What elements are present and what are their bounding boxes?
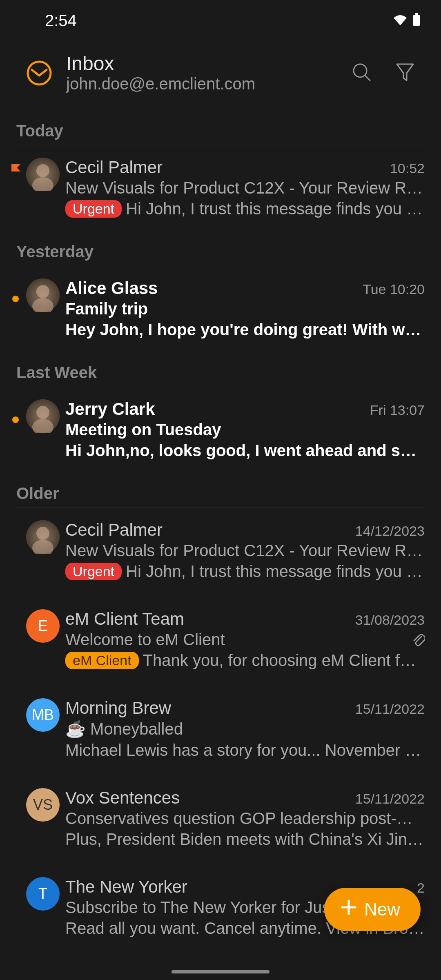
email-subject: Conservatives question GOP leadership po… bbox=[65, 809, 425, 828]
avatar: MB bbox=[26, 698, 60, 732]
svg-point-6 bbox=[36, 164, 49, 177]
email-item[interactable]: Cecil Palmer10:52New Visuals for Product… bbox=[0, 145, 441, 234]
unread-dot-icon bbox=[12, 296, 19, 302]
attachment-icon bbox=[412, 633, 425, 649]
email-sender: The New Yorker bbox=[65, 877, 187, 897]
email-sender: Alice Glass bbox=[65, 278, 158, 298]
email-content: Vox Sentences15/11/2022Conservatives que… bbox=[65, 788, 425, 849]
email-preview: Hi John, I trust this message finds you … bbox=[126, 562, 425, 581]
email-indicators: E bbox=[12, 609, 65, 643]
email-subject: ☕ Moneyballed bbox=[65, 719, 183, 739]
email-indicators: T bbox=[12, 877, 65, 911]
email-time: 14/12/2023 bbox=[355, 523, 425, 539]
avatar bbox=[26, 278, 60, 312]
email-indicators: VS bbox=[12, 788, 65, 822]
flag-icon bbox=[11, 163, 22, 180]
email-item[interactable]: EeM Client Team31/08/2023Welcome to eM C… bbox=[0, 597, 441, 686]
avatar bbox=[26, 520, 60, 554]
email-preview: Michael Lewis has a story for you... Nov… bbox=[65, 741, 425, 760]
email-preview: Hi John, I trust this message finds you … bbox=[126, 200, 425, 218]
svg-point-15 bbox=[36, 527, 49, 540]
email-preview: Plus, President Biden meets with China's… bbox=[65, 830, 425, 849]
email-indicators bbox=[12, 158, 65, 191]
email-content: eM Client Team31/08/2023Welcome to eM Cl… bbox=[65, 609, 425, 670]
section-header: Yesterday bbox=[16, 234, 425, 266]
email-item[interactable]: Jerry ClarkFri 13:07Meeting on TuesdayHi… bbox=[0, 387, 441, 476]
svg-line-4 bbox=[365, 76, 370, 80]
status-icons bbox=[393, 13, 421, 28]
email-preview: Thank you, for choosing eM Client for yo… bbox=[143, 651, 425, 670]
email-sender: Vox Sentences bbox=[65, 788, 180, 808]
email-content: Alice GlassTue 10:20Family tripHey John,… bbox=[65, 278, 425, 339]
svg-point-9 bbox=[36, 285, 49, 298]
email-item[interactable]: VSVox Sentences15/11/2022Conservatives q… bbox=[0, 776, 441, 865]
filter-icon bbox=[395, 62, 415, 85]
email-time: Fri 13:07 bbox=[370, 402, 425, 418]
email-sender: Cecil Palmer bbox=[65, 158, 163, 177]
email-preview: Hi John,no, looks good, I went ahead and… bbox=[65, 441, 425, 460]
email-subject: Family trip bbox=[65, 300, 148, 318]
section-header: Today bbox=[16, 114, 425, 145]
email-time: 15/11/2022 bbox=[355, 791, 425, 807]
email-indicators bbox=[12, 399, 65, 433]
email-item[interactable]: Alice GlassTue 10:20Family tripHey John,… bbox=[0, 266, 441, 355]
email-indicators: MB bbox=[12, 698, 65, 732]
svg-rect-1 bbox=[413, 15, 420, 26]
status-time: 2:54 bbox=[45, 11, 77, 30]
svg-point-12 bbox=[36, 406, 49, 419]
status-bar: 2:54 bbox=[0, 0, 441, 41]
email-subject: Welcome to eM Client bbox=[65, 630, 225, 649]
header-text[interactable]: Inbox john.doe@e.emclient.com bbox=[66, 53, 350, 93]
email-item[interactable]: MBMorning Brew15/11/2022☕ MoneyballedMic… bbox=[0, 686, 441, 776]
avatar bbox=[26, 158, 60, 191]
section-header: Older bbox=[16, 476, 425, 508]
email-content: Morning Brew15/11/2022☕ MoneyballedMicha… bbox=[65, 698, 425, 760]
email-sender: Morning Brew bbox=[65, 698, 171, 718]
email-sender: eM Client Team bbox=[65, 609, 184, 629]
compose-button[interactable]: New bbox=[324, 888, 421, 931]
email-sender: Cecil Palmer bbox=[65, 520, 163, 540]
home-indicator[interactable] bbox=[172, 970, 270, 973]
email-tag: eM Client bbox=[65, 652, 139, 669]
email-item[interactable]: Cecil Palmer14/12/2023New Visuals for Pr… bbox=[0, 508, 441, 597]
app-header: Inbox john.doe@e.emclient.com bbox=[0, 41, 441, 109]
unread-dot-icon bbox=[12, 416, 19, 423]
app-logo-icon[interactable] bbox=[24, 58, 54, 88]
compose-label: New bbox=[364, 899, 400, 920]
email-subject: New Visuals for Product C12X - Your Revi… bbox=[65, 541, 425, 560]
email-time: 2 bbox=[417, 880, 425, 896]
email-tag: Urgent bbox=[65, 200, 122, 218]
search-icon bbox=[351, 62, 372, 85]
folder-title: Inbox bbox=[66, 53, 350, 75]
email-sender: Jerry Clark bbox=[65, 399, 155, 419]
svg-point-2 bbox=[28, 62, 51, 85]
avatar: E bbox=[26, 609, 60, 643]
battery-icon bbox=[412, 13, 421, 28]
email-subject: New Visuals for Product C12X - Your Revi… bbox=[65, 179, 425, 197]
avatar bbox=[26, 399, 60, 433]
email-indicators bbox=[12, 520, 65, 554]
email-time: 10:52 bbox=[390, 160, 425, 176]
email-content: Cecil Palmer10:52New Visuals for Product… bbox=[65, 158, 425, 218]
email-time: 31/08/2023 bbox=[355, 612, 425, 628]
search-button[interactable] bbox=[350, 62, 373, 85]
email-time: Tue 10:20 bbox=[363, 281, 425, 297]
email-time: 15/11/2022 bbox=[355, 701, 425, 717]
email-content: Jerry ClarkFri 13:07Meeting on TuesdayHi… bbox=[65, 399, 425, 460]
account-email: john.doe@e.emclient.com bbox=[66, 75, 350, 93]
section-header: Last Week bbox=[16, 355, 425, 387]
email-preview: Hey John, I hope you're doing great! Wit… bbox=[65, 321, 425, 339]
wifi-icon bbox=[393, 14, 408, 27]
svg-rect-0 bbox=[415, 13, 418, 15]
email-content: Cecil Palmer14/12/2023New Visuals for Pr… bbox=[65, 520, 425, 581]
email-tag: Urgent bbox=[65, 563, 122, 580]
avatar: VS bbox=[26, 788, 60, 822]
filter-button[interactable] bbox=[394, 62, 416, 85]
email-indicators bbox=[12, 278, 65, 312]
avatar: T bbox=[26, 877, 60, 911]
email-subject: Meeting on Tuesday bbox=[65, 421, 221, 439]
plus-icon bbox=[341, 899, 357, 920]
